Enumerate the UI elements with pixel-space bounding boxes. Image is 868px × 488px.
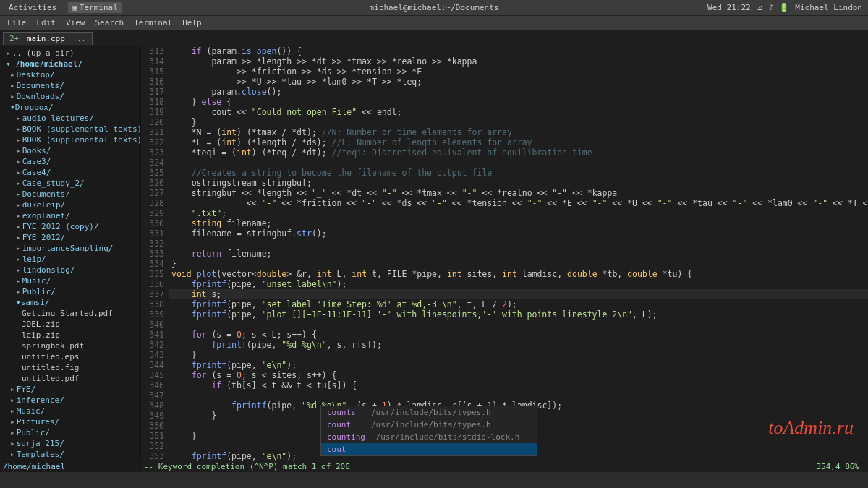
sidebar-item-joel[interactable]: JOEL.zip	[0, 319, 140, 330]
sidebar-item-pictures[interactable]: ▸Pictures/	[0, 416, 140, 427]
code-line-339: 339 fprintf(pipe, "plot [][−1E-11:1E-11]…	[141, 309, 868, 320]
sidebar-item-public[interactable]: ▸Public/	[0, 427, 140, 438]
ac-path-counts: /usr/include/bits/types.h	[362, 408, 491, 417]
code-line-325: 325 //Creates a string to become the fil…	[141, 168, 868, 178]
tab-main-cpp[interactable]: 2+ main.cpp ...	[3, 32, 93, 45]
ac-item-counting[interactable]: counting /usr/include/bits/stdio-lock.h	[321, 431, 537, 443]
sidebar-item-samsi[interactable]: ▾samsi/	[0, 297, 140, 308]
ac-path-counting: /usr/include/bits/stdio-lock.h	[371, 432, 519, 442]
code-line-315: 315 >> *friction >> *ds >> *tension >> *…	[141, 67, 868, 77]
sidebar-item-untitledeps[interactable]: untitled.eps	[0, 351, 140, 362]
top-bar-right: Wed 21:22 ⊿ ♪ 🔋 Michael Lindon	[707, 3, 862, 12]
bottom-area: /home/michael -- Keyword completion (^N^…	[0, 461, 868, 472]
sidebar-item-fye2012[interactable]: ▸FYE 2012/	[0, 232, 140, 243]
status-bar: -- Keyword completion (^N^P) match 1 of …	[141, 461, 868, 472]
code-line-313: 313 if (param.is_open()) {	[141, 46, 868, 56]
activities-button[interactable]: Activities	[6, 3, 59, 12]
menu-help[interactable]: Help	[178, 17, 206, 28]
sidebar-item-fye2012copy[interactable]: ▸FYE 2012 (copy)/	[0, 221, 140, 232]
code-line-337: 337 int s;	[141, 289, 868, 299]
code-line-338: 338 fprintf(pipe, "set label 'Time Step:…	[141, 299, 868, 309]
menu-view[interactable]: View	[61, 17, 90, 28]
menu-edit[interactable]: Edit	[33, 17, 61, 28]
code-line-319: 319 cout << "Could not open File" << end…	[141, 107, 868, 117]
code-line-326: 326 ostringstream stringbuf;	[141, 178, 868, 188]
code-scroll[interactable]: 313 if (param.is_open()) { 314 param >> …	[141, 46, 868, 461]
sidebar-item-case3[interactable]: ▸Case3/	[0, 156, 140, 167]
sidebar-item-music[interactable]: ▸Music/	[0, 406, 140, 416]
sidebar-item-springbok[interactable]: springbok.pdf	[0, 341, 140, 351]
code-line-333: 333 return filename;	[141, 249, 868, 259]
menu-file[interactable]: File	[3, 17, 31, 28]
code-line-340: 340	[141, 320, 868, 330]
ac-keyword-count: count	[327, 420, 351, 429]
sound-icon: ♪	[769, 3, 774, 12]
code-line-336: 336 fprintf(pipe, "unset label\n");	[141, 279, 868, 289]
code-line-334: 334}	[141, 259, 868, 269]
sidebar-item-fye[interactable]: ▸FYE/	[0, 384, 140, 395]
sidebar-item-leip[interactable]: ▸leip/	[0, 254, 140, 265]
top-bar-left: Activities ▣ Terminal	[6, 2, 122, 13]
sidebar-item-dropbox[interactable]: ▾Dropbox/	[0, 102, 140, 113]
sidebar-item-inference[interactable]: ▸inference/	[0, 395, 140, 406]
datetime-label: Wed 21:22	[707, 3, 751, 12]
sidebar-item-exoplanet[interactable]: ▸exoplanet/	[0, 210, 140, 221]
menu-bar: File Edit View Search Terminal Help	[0, 16, 868, 30]
tab-number: 2+	[9, 34, 19, 43]
sidebar-item-dukeleip[interactable]: ▸dukeleip/	[0, 200, 140, 210]
sidebar-item-importance[interactable]: ▸importanceSampling/	[0, 243, 140, 254]
code-line-317: 317 param.close();	[141, 87, 868, 97]
terminal-taskbar-label: Terminal	[80, 3, 118, 12]
user-label: Michael Lindon	[795, 3, 862, 12]
ac-item-cout[interactable]: cout	[321, 443, 537, 455]
sidebar-item-casestudy2[interactable]: ▸Case_study_2/	[0, 178, 140, 189]
ac-path-count: /usr/include/bits/types.h	[357, 420, 490, 429]
sidebar-item-untitledpdf[interactable]: untitled.pdf	[0, 373, 140, 384]
tab-bar: 2+ main.cpp ...	[0, 30, 868, 46]
sidebar-item-audio[interactable]: ▸audio lectures/	[0, 113, 140, 124]
code-line-323: 323 *teqi = (int) (*teq / *dt); //teqi: …	[141, 147, 868, 158]
sidebar-item-home[interactable]: ▾ /home/michael/	[0, 59, 140, 69]
code-line-321: 321 *N = (int) (*tmax / *dt); //N: Numbe…	[141, 127, 868, 137]
sidebar-item-documents[interactable]: ▸Documents/	[0, 80, 140, 91]
sidebar-item-music-dropbox[interactable]: ▸Music/	[0, 275, 140, 286]
code-line-346: 346 if (tb[s] < t && t < tu[s]) {	[141, 380, 868, 390]
sidebar-item-gettingstarted[interactable]: Getting Started.pdf	[0, 308, 140, 319]
code-line-347: 347	[141, 390, 868, 401]
sidebar-item-lindonslog[interactable]: ▸lindonslog/	[0, 265, 140, 275]
sidebar-item-book1[interactable]: ▸BOOK (supplemental texts)/	[0, 124, 140, 134]
sidebar-item-leipzip[interactable]: leip.zip	[0, 330, 140, 341]
sidebar-item-documents2[interactable]: ▸Documents/	[0, 189, 140, 200]
code-line-318: 318 } else {	[141, 97, 868, 107]
sidebar-item-downloads[interactable]: ▸Downloads/	[0, 91, 140, 102]
menu-search[interactable]: Search	[91, 17, 129, 28]
sidebar-item-untitledfig[interactable]: untitled.fig	[0, 362, 140, 373]
code-line-332: 332	[141, 239, 868, 249]
terminal-taskbar-icon[interactable]: ▣ Terminal	[68, 2, 122, 13]
code-line-345: 345 for (s = 0; s < sites; s++) {	[141, 370, 868, 380]
sidebar-item-book2[interactable]: ▸BOOK (supplemental texts)/	[0, 134, 140, 145]
sidebar-item-surja[interactable]: ▸surja 215/	[0, 438, 140, 449]
ac-item-count[interactable]: count /usr/include/bits/types.h	[321, 419, 537, 431]
code-line-314: 314 param >> *length >> *dt >> *tmax >> …	[141, 56, 868, 67]
code-line-331: 331 filename = stringbuf.str();	[141, 228, 868, 239]
top-bar: Activities ▣ Terminal michael@michael:~/…	[0, 0, 868, 16]
code-line-343: 343 }	[141, 350, 868, 360]
ac-keyword-counting: counting	[327, 432, 365, 442]
sidebar-item-up[interactable]: ▸.. (up a dir)	[0, 48, 140, 59]
code-line-320: 320 }	[141, 117, 868, 127]
code-line-335: 335void plot(vector<double> &r, int L, i…	[141, 269, 868, 279]
code-line-329: 329 ".txt";	[141, 208, 868, 218]
sidebar-item-public-dropbox[interactable]: ▸Public/	[0, 286, 140, 297]
menu-terminal[interactable]: Terminal	[129, 17, 176, 28]
sidebar-item-desktop[interactable]: ▸Desktop/	[0, 69, 140, 80]
code-line-341: 341 for (s = 0; s < L; s++) {	[141, 330, 868, 340]
code-editor: 313 if (param.is_open()) { 314 param >> …	[141, 46, 868, 461]
ac-item-counts[interactable]: counts /usr/include/bits/types.h	[321, 406, 537, 419]
code-line-344: 344 fprintf(pipe, "e\n");	[141, 360, 868, 370]
sidebar-item-case4[interactable]: ▸Case4/	[0, 167, 140, 178]
sidebar-item-templates[interactable]: ▸Templates/	[0, 449, 140, 460]
terminal-icon-glyph: ▣	[72, 3, 77, 12]
sidebar-item-books[interactable]: ▸Books/	[0, 145, 140, 156]
path-bar: /home/michael	[0, 461, 141, 472]
